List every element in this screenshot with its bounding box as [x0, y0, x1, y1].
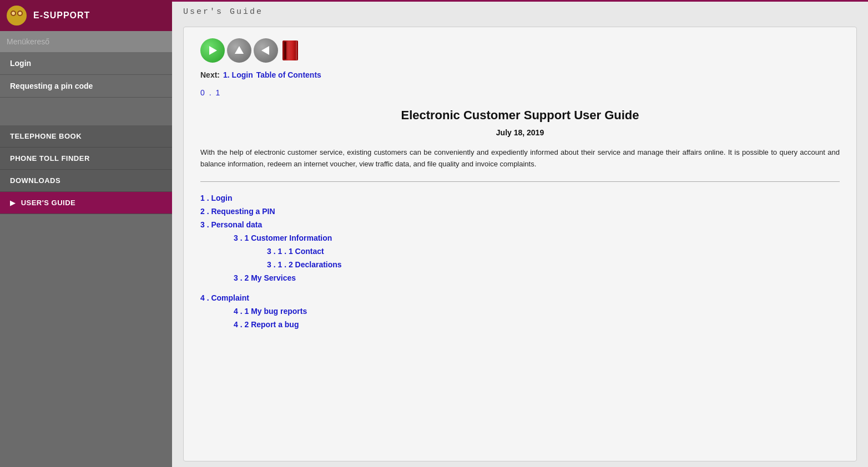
document-date: July 18, 2019 [200, 128, 840, 137]
table-of-contents: 1 . Login 2 . Requesting a PIN 3 . Perso… [200, 193, 840, 329]
svg-point-3 [12, 16, 21, 22]
toc-link-4-2[interactable]: 4 . 2 Report a bug [234, 320, 299, 329]
toc-item-4-2: 4 . 2 Report a bug [200, 319, 840, 329]
toc-item-3-1-1: 3 . 1 . 1 Contact [200, 246, 840, 256]
book-icon [282, 40, 298, 60]
sidebar-section-telephone[interactable]: TELEPHONE BOOK [0, 125, 172, 148]
app-title: E-SUPPORT [33, 11, 90, 21]
arrow-right-icon [206, 44, 219, 57]
app-logo-icon [6, 4, 28, 27]
document-title: Electronic Customer Support User Guide [200, 108, 840, 123]
page-title: User's Guide [183, 7, 263, 17]
toc-link[interactable]: Table of Contents [256, 70, 321, 79]
toc-item-4: 4 . Complaint [200, 293, 840, 303]
back-button[interactable] [254, 38, 278, 63]
menu-search-input[interactable] [7, 37, 165, 46]
top-bar: User's Guide [172, 0, 868, 21]
book-button[interactable] [280, 38, 300, 63]
toc-link-4[interactable]: 4 . Complaint [200, 293, 249, 302]
toc-item-2: 2 . Requesting a PIN [200, 206, 840, 216]
content-area: Next: 1. Login Table of Contents 0 . 1 E… [183, 27, 857, 461]
main-content: User's Guide [172, 0, 868, 467]
next-button[interactable] [200, 38, 225, 63]
toolbar [200, 38, 840, 63]
nav-links: Next: 1. Login Table of Contents [200, 70, 840, 79]
svg-marker-7 [235, 46, 244, 54]
document-intro: With the help of electronic customer ser… [200, 147, 840, 170]
up-button[interactable] [227, 38, 251, 63]
toc-item-1: 1 . Login [200, 193, 840, 203]
toc-item-3-2: 3 . 2 My Services [200, 273, 840, 283]
divider [200, 181, 840, 182]
next-label: Next: [200, 70, 220, 79]
sidebar-section-guide[interactable]: USER'S GUIDE [0, 192, 172, 214]
toc-link-3-1[interactable]: 3 . 1 Customer Information [234, 233, 332, 242]
arrow-up-icon [233, 44, 245, 57]
svg-point-0 [7, 6, 27, 26]
toc-link-3-1-1[interactable]: 3 . 1 . 1 Contact [267, 247, 324, 256]
svg-marker-8 [261, 46, 269, 55]
sidebar-nav-login[interactable]: Login [0, 52, 172, 75]
sidebar-header: E-SUPPORT [0, 0, 172, 31]
sidebar-nav-pin[interactable]: Requesting a pin code [0, 75, 172, 98]
toc-link-3-1-2[interactable]: 3 . 1 . 2 Declarations [267, 260, 342, 269]
svg-point-4 [12, 12, 15, 15]
toc-link-3[interactable]: 3 . Personal data [200, 220, 262, 229]
sidebar-spacer [0, 98, 172, 125]
menu-search-container [0, 31, 172, 52]
arrow-left-icon [260, 44, 272, 57]
toc-item-4-1: 4 . 1 My bug reports [200, 306, 840, 316]
toc-link-2[interactable]: 2 . Requesting a PIN [200, 207, 275, 216]
sidebar: E-SUPPORT Login Requesting a pin code TE… [0, 0, 172, 467]
toc-item-3-1-2: 3 . 1 . 2 Declarations [200, 260, 840, 270]
toc-item-3-1: 3 . 1 Customer Information [200, 233, 840, 243]
svg-point-5 [18, 12, 22, 15]
toc-item-3: 3 . Personal data [200, 220, 840, 230]
toc-spacer [200, 286, 840, 293]
page-ref: 0 . 1 [200, 88, 840, 97]
toc-link-3-2[interactable]: 3 . 2 My Services [234, 273, 296, 282]
next-link[interactable]: 1. Login [223, 70, 253, 79]
sidebar-section-toll[interactable]: PHONE TOLL FINDER [0, 148, 172, 170]
sidebar-section-downloads[interactable]: DOWNLOADS [0, 170, 172, 192]
toc-link-4-1[interactable]: 4 . 1 My bug reports [234, 307, 307, 316]
toc-link-1[interactable]: 1 . Login [200, 194, 233, 202]
svg-marker-6 [209, 46, 217, 55]
